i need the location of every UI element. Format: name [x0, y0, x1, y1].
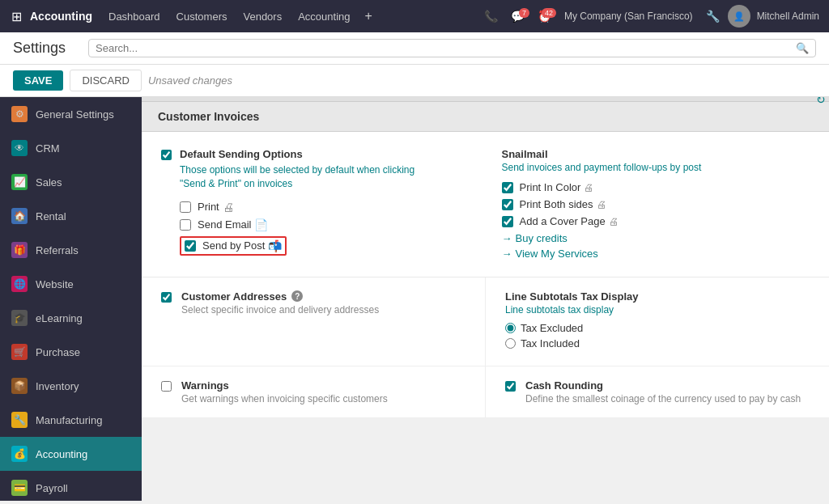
clock-icon[interactable]: ⏰42 — [533, 6, 556, 26]
company-name: My Company (San Francisco) — [559, 11, 698, 22]
tax-included-row: Tax Included — [505, 337, 810, 349]
page-title: Settings — [13, 40, 66, 57]
sidebar-item-purchase[interactable]: 🛒 Purchase — [0, 335, 142, 369]
view-services-link[interactable]: → View My Services — [502, 248, 810, 260]
nav-dashboard[interactable]: Dashboard — [102, 7, 167, 26]
sidebar-item-rental[interactable]: 🏠 Rental — [0, 199, 142, 233]
chat-icon[interactable]: 💬7 — [506, 6, 529, 26]
general-settings-icon: ⚙ — [11, 106, 28, 122]
cover-page-icon: 🖨 — [609, 216, 619, 227]
sidebar-label-inventory: Inventory — [36, 380, 79, 392]
print-label: Print — [198, 201, 219, 213]
snailmail-col: Snailmail Send invoices and payment foll… — [502, 148, 810, 260]
sidebar-label-referrals: Referrals — [36, 244, 79, 256]
sidebar-label-website: Website — [36, 278, 74, 290]
sidebar-item-referrals[interactable]: 🎁 Referrals — [0, 233, 142, 267]
chat-badge: 7 — [519, 8, 529, 18]
tax-excluded-row: Tax Excluded — [505, 322, 810, 334]
rental-icon: 🏠 — [11, 208, 28, 224]
send-by-post-checkbox[interactable] — [185, 240, 196, 252]
addresses-subtotals-row: Customer Addresses ? Select specific inv… — [142, 277, 829, 366]
send-by-post-row: Send by Post 📬 — [180, 236, 414, 256]
refresh-icon[interactable]: ↻ — [816, 97, 826, 106]
sidebar-item-general-settings[interactable]: ⚙ General Settings — [0, 97, 142, 131]
print-both-row: Print Both sides 🖨 — [502, 198, 810, 210]
unsaved-changes-label: Unsaved changes — [148, 74, 232, 87]
tax-excluded-radio[interactable] — [505, 323, 516, 333]
cash-rounding-title: Cash Rounding — [525, 379, 801, 392]
default-sending-block: Default Sending Options Those options wi… — [142, 132, 829, 277]
customer-addresses-desc: Select specific invoice and delivery add… — [181, 304, 379, 316]
sales-icon: 📈 — [11, 174, 28, 190]
send-by-post-highlight: Send by Post 📬 — [180, 236, 287, 256]
sidebar-label-crm: CRM — [36, 142, 60, 155]
nav-customers[interactable]: Customers — [170, 7, 234, 26]
line-subtotals-section: Line Subtotals Tax Display Line subtotal… — [486, 277, 829, 366]
default-sending-title: Default Sending Options — [180, 148, 414, 160]
content-area: ↻ Customer Invoices Default Sending Opti… — [142, 97, 829, 501]
buy-credits-link[interactable]: → Buy credits — [502, 232, 810, 244]
print-color-icon: 🖨 — [584, 182, 593, 193]
snailmail-title: Snailmail — [502, 148, 810, 160]
customer-addresses-section: Customer Addresses ? Select specific inv… — [142, 277, 486, 366]
send-email-checkbox[interactable] — [180, 219, 191, 231]
sidebar-item-accounting[interactable]: 💰 Accounting — [0, 437, 142, 471]
cover-page-row: Add a Cover Page 🖨 — [502, 215, 810, 227]
print-checkbox[interactable] — [180, 201, 191, 213]
elearning-icon: 🎓 — [11, 310, 28, 326]
send-email-label: Send Email — [198, 218, 251, 231]
main-layout: ⚙ General Settings 👁 CRM 📈 Sales 🏠 Renta… — [0, 97, 829, 501]
tax-included-radio[interactable] — [505, 338, 516, 349]
customer-addresses-checkbox[interactable] — [161, 292, 172, 303]
sidebar-item-elearning[interactable]: 🎓 eLearning — [0, 301, 142, 335]
sidebar-item-manufacturing[interactable]: 🔧 Manufacturing — [0, 403, 142, 437]
app-grid-icon[interactable]: ⊞ — [6, 9, 27, 24]
sidebar-item-payroll[interactable]: 💳 Payroll — [0, 471, 142, 501]
warnings-checkbox[interactable] — [161, 381, 172, 392]
default-sending-checkbox[interactable] — [161, 150, 172, 160]
nav-vendors[interactable]: Vendors — [236, 7, 288, 26]
search-input[interactable] — [96, 42, 796, 54]
payroll-icon: 💳 — [11, 480, 28, 496]
print-doc-icon: 🖨 — [223, 201, 234, 214]
sidebar-label-elearning: eLearning — [36, 312, 83, 324]
wrench-icon[interactable]: 🔧 — [701, 10, 725, 23]
crm-icon: 👁 — [11, 140, 28, 156]
email-doc-icon: 📄 — [254, 218, 268, 231]
tax-included-label: Tax Included — [521, 337, 580, 349]
discard-button[interactable]: DISCARD — [70, 70, 142, 91]
snailmail-desc: Send invoices and payment follow-ups by … — [502, 162, 810, 173]
tax-excluded-label: Tax Excluded — [521, 322, 583, 334]
sidebar-item-website[interactable]: 🌐 Website — [0, 267, 142, 301]
warnings-title: Warnings — [181, 379, 229, 392]
add-menu-button[interactable]: + — [360, 9, 377, 23]
clock-badge: 42 — [542, 8, 556, 18]
user-name: Mitchell Admin — [754, 11, 823, 22]
avatar[interactable]: 👤 — [728, 5, 750, 28]
print-row: Print 🖨 — [180, 201, 414, 214]
customer-addresses-title: Customer Addresses — [181, 290, 287, 303]
sidebar-item-crm[interactable]: 👁 CRM — [0, 131, 142, 165]
post-doc-icon: 📬 — [268, 239, 282, 252]
search-icon: 🔍 — [796, 42, 809, 54]
default-sending-col: Default Sending Options Those options wi… — [161, 148, 470, 260]
print-color-checkbox[interactable] — [502, 182, 513, 193]
cover-page-checkbox[interactable] — [502, 216, 513, 227]
help-icon[interactable]: ? — [291, 290, 303, 302]
sidebar-item-sales[interactable]: 📈 Sales — [0, 165, 142, 199]
accounting-icon: 💰 — [11, 446, 28, 462]
warnings-cash-row: Warnings Get warnings when invoicing spe… — [142, 366, 829, 418]
print-both-checkbox[interactable] — [502, 199, 513, 210]
purchase-icon: 🛒 — [11, 344, 28, 360]
section-header: Customer Invoices — [142, 102, 829, 132]
sidebar-label-purchase: Purchase — [36, 346, 80, 358]
cash-rounding-checkbox[interactable] — [505, 381, 516, 392]
subtotals-link[interactable]: Line subtotals tax display — [505, 304, 810, 316]
manufacturing-icon: 🔧 — [11, 412, 28, 428]
sidebar-item-inventory[interactable]: 📦 Inventory — [0, 369, 142, 403]
phone-icon[interactable]: 📞 — [479, 6, 503, 26]
nav-accounting[interactable]: Accounting — [291, 7, 356, 26]
print-both-label: Print Both sides — [520, 198, 593, 210]
default-sending-desc: Those options will be selected by defaul… — [180, 163, 414, 191]
save-button[interactable]: SAVE — [13, 70, 63, 91]
